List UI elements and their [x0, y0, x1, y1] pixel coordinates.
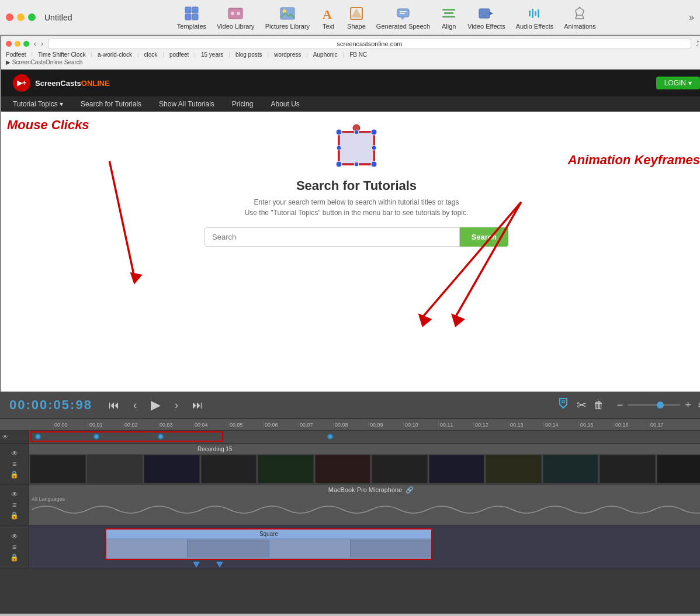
zoom-in-button[interactable]: +: [685, 399, 691, 411]
video-thumb-8[interactable]: [429, 455, 485, 483]
menu-pricing[interactable]: Pricing: [232, 100, 254, 108]
video-thumb-6[interactable]: [315, 455, 371, 483]
ruler-mark-8: 00:08: [333, 422, 368, 428]
audio-track-lock-icon[interactable]: 🔒: [10, 511, 19, 520]
shape-track-handle-icon[interactable]: ≡: [12, 543, 16, 551]
video-track-handle-icon[interactable]: ≡: [12, 460, 16, 468]
skip-start-button[interactable]: ⏮: [105, 398, 123, 413]
login-button[interactable]: LOGIN ▾: [656, 77, 700, 89]
shape-track-lock-icon[interactable]: 🔒: [10, 553, 19, 562]
bookmark-auphonic[interactable]: Auphonic: [313, 51, 338, 58]
zoom-controls: − +: [617, 399, 691, 411]
list-view-icon[interactable]: ≡: [698, 400, 700, 410]
close-button[interactable]: [6, 13, 13, 21]
toolbar-item-templates[interactable]: Templates: [177, 5, 206, 30]
audio-language-label: All Languages: [32, 496, 65, 502]
video-thumb-10[interactable]: [543, 455, 599, 483]
kf-triangle-1[interactable]: [193, 562, 200, 567]
toolbar-item-shape[interactable]: Shape: [347, 5, 366, 30]
bookmark-podfeet[interactable]: Podfeet: [6, 51, 26, 58]
video-library-icon: [227, 5, 244, 22]
kf-triangle-2[interactable]: [216, 562, 223, 567]
shape-label: Shape: [347, 23, 366, 30]
video-track-lock-icon[interactable]: 🔒: [10, 470, 19, 479]
search-row: Search: [205, 227, 508, 247]
minimize-button[interactable]: [17, 13, 25, 21]
browser-share-icon[interactable]: ⤴: [696, 40, 699, 48]
audio-track-row: 👁 ≡ 🔒 MacBook Pro Microphone 🔗 All Langu…: [0, 485, 700, 525]
browser-max-dot[interactable]: [23, 41, 29, 47]
svg-rect-24: [538, 9, 539, 18]
video-thumb-1[interactable]: [30, 455, 86, 483]
toolbar-item-pictures-library[interactable]: Pictures Library: [265, 5, 310, 30]
delete-button[interactable]: 🗑: [594, 399, 604, 411]
bookmark-wordpress[interactable]: wordpress: [274, 51, 301, 58]
fullscreen-button[interactable]: [28, 13, 36, 21]
video-thumb-5[interactable]: [258, 455, 314, 483]
shape-track-eye-icon[interactable]: 👁: [11, 532, 18, 541]
svg-marker-42: [451, 313, 465, 327]
bookmark-blog[interactable]: blog posts: [235, 51, 262, 58]
bookmark-world-clock[interactable]: a-world-clock: [98, 51, 132, 58]
toolbar-item-video-effects[interactable]: Video Effects: [467, 5, 505, 30]
keyframe-dot-4[interactable]: [327, 434, 333, 439]
toolbar-item-audio-effects[interactable]: Audio Effects: [516, 5, 554, 30]
step-back-button[interactable]: ‹: [130, 398, 140, 413]
menu-tutorial-topics[interactable]: Tutorial Topics ▾: [13, 100, 63, 108]
browser-close-dot[interactable]: [6, 41, 12, 47]
toolbar-item-align[interactable]: Align: [441, 5, 457, 30]
audio-track-controls: 👁 ≡ 🔒: [0, 485, 29, 525]
search-button[interactable]: Search: [460, 227, 508, 247]
square-clip[interactable]: Square: [105, 528, 432, 560]
markers-button[interactable]: [557, 397, 570, 413]
bookmark-fbnc[interactable]: FB NC: [349, 51, 367, 58]
search-title: Search for Tutorials: [296, 178, 417, 193]
bookmark-clock[interactable]: clock: [144, 51, 158, 58]
video-thumb-12[interactable]: [657, 455, 701, 483]
ruler-mark-17: 00:17: [649, 422, 684, 428]
toolbar-item-text[interactable]: A Text: [320, 5, 337, 30]
svg-point-5: [231, 12, 234, 15]
video-track-eye-icon[interactable]: 👁: [11, 449, 18, 458]
skip-end-button[interactable]: ⏭: [189, 398, 206, 413]
zoom-slider[interactable]: [628, 404, 680, 406]
menu-about[interactable]: About Us: [271, 100, 300, 108]
toolbar: Templates Video Library Pi: [84, 5, 689, 30]
svg-rect-12: [397, 9, 409, 17]
video-thumb-9[interactable]: [486, 455, 542, 483]
title-bar: Untitled Templates: [0, 0, 700, 35]
video-thumb-7[interactable]: [372, 455, 428, 483]
zoom-out-button[interactable]: −: [617, 399, 623, 411]
svg-marker-38: [130, 272, 143, 285]
toolbar-item-animations[interactable]: Animations: [564, 5, 595, 30]
browser-back-btn[interactable]: ‹: [34, 40, 36, 48]
animations-icon: [571, 5, 588, 22]
bookmark-time-shifter[interactable]: Time Shifter Clock: [38, 51, 85, 58]
ruler-mark-0: 00:00: [53, 422, 88, 428]
templates-icon: [183, 5, 200, 22]
eye-icon[interactable]: 👁: [0, 434, 8, 440]
search-input[interactable]: [205, 227, 460, 247]
browser-forward-btn[interactable]: ›: [41, 40, 43, 48]
bookmark-podfeet2[interactable]: podfeet: [169, 51, 189, 58]
toolbar-item-video-library[interactable]: Video Library: [217, 5, 255, 30]
bookmark-15years[interactable]: 15 years: [201, 51, 223, 58]
video-thumb-2[interactable]: [87, 455, 143, 483]
video-thumb-11[interactable]: [599, 455, 656, 483]
audio-track-handle-icon[interactable]: ≡: [12, 501, 16, 509]
menu-search-tutorials[interactable]: Search for Tutorials: [81, 100, 141, 108]
svg-point-25: [579, 6, 581, 8]
toolbar-item-generated-speech[interactable]: Generated Speech: [376, 5, 430, 30]
step-forward-button[interactable]: ›: [171, 398, 182, 413]
audio-track-eye-icon[interactable]: 👁: [11, 490, 18, 499]
waveform-svg: [32, 500, 700, 520]
play-button[interactable]: ▶: [147, 396, 164, 414]
video-thumb-4[interactable]: [201, 455, 257, 483]
expand-toolbar-icon[interactable]: »: [689, 12, 694, 23]
browser-url-bar[interactable]: screencastsonline.com: [48, 39, 691, 49]
video-thumb-3[interactable]: [144, 455, 200, 483]
menu-show-tutorials[interactable]: Show All Tutorials: [159, 100, 214, 108]
svg-text:A: A: [323, 7, 332, 21]
browser-min-dot[interactable]: [15, 41, 20, 47]
cut-button[interactable]: ✂: [577, 398, 587, 412]
